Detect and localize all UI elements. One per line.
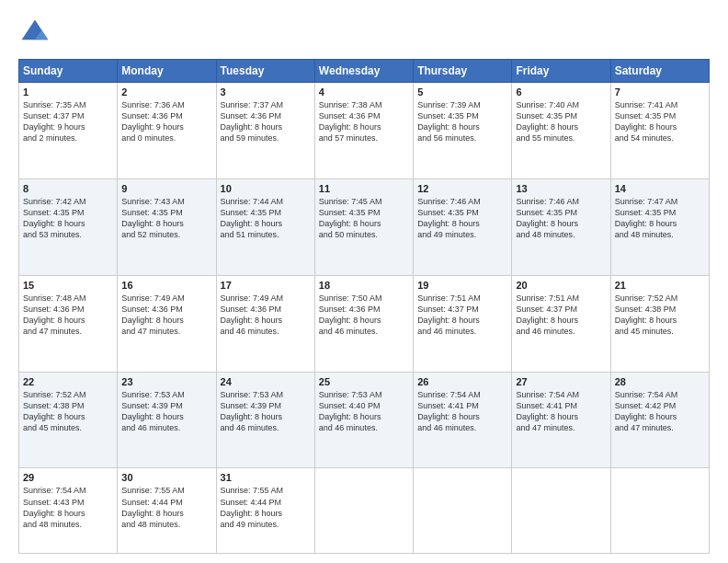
day-cell-29: 29Sunrise: 7:54 AM Sunset: 4:43 PM Dayli… [19, 468, 118, 554]
calendar-table: SundayMondayTuesdayWednesdayThursdayFrid… [18, 59, 710, 554]
day-cell-31: 31Sunrise: 7:55 AM Sunset: 4:44 PM Dayli… [216, 468, 314, 554]
day-info: Sunrise: 7:48 AM Sunset: 4:36 PM Dayligh… [23, 293, 113, 338]
day-cell-19: 19Sunrise: 7:51 AM Sunset: 4:37 PM Dayli… [414, 275, 512, 372]
weekday-header-wednesday: Wednesday [314, 60, 413, 83]
day-cell-13: 13Sunrise: 7:46 AM Sunset: 4:35 PM Dayli… [512, 178, 610, 275]
empty-cell [512, 468, 610, 554]
weekday-header-sunday: Sunday [19, 60, 118, 83]
logo [18, 17, 55, 50]
day-cell-7: 7Sunrise: 7:41 AM Sunset: 4:35 PM Daylig… [610, 83, 709, 179]
day-info: Sunrise: 7:53 AM Sunset: 4:39 PM Dayligh… [221, 389, 311, 434]
day-info: Sunrise: 7:50 AM Sunset: 4:36 PM Dayligh… [319, 293, 409, 338]
day-number: 27 [516, 376, 606, 387]
weekday-header-tuesday: Tuesday [216, 60, 314, 83]
day-cell-11: 11Sunrise: 7:45 AM Sunset: 4:35 PM Dayli… [314, 178, 413, 275]
day-number: 5 [417, 86, 507, 98]
weekday-header-row: SundayMondayTuesdayWednesdayThursdayFrid… [19, 60, 710, 83]
day-cell-4: 4Sunrise: 7:38 AM Sunset: 4:36 PM Daylig… [314, 83, 413, 179]
day-number: 30 [121, 472, 211, 483]
day-info: Sunrise: 7:39 AM Sunset: 4:35 PM Dayligh… [417, 99, 507, 144]
day-info: Sunrise: 7:38 AM Sunset: 4:36 PM Dayligh… [319, 99, 409, 144]
day-number: 14 [615, 183, 705, 194]
day-number: 2 [121, 86, 211, 98]
day-number: 17 [221, 280, 311, 291]
day-number: 11 [319, 183, 409, 194]
weekday-header-thursday: Thursday [414, 60, 512, 83]
day-number: 21 [615, 280, 705, 291]
day-number: 1 [23, 86, 113, 98]
day-info: Sunrise: 7:55 AM Sunset: 4:44 PM Dayligh… [221, 485, 311, 530]
day-info: Sunrise: 7:40 AM Sunset: 4:35 PM Dayligh… [516, 99, 606, 144]
weekday-header-monday: Monday [118, 60, 216, 83]
day-number: 8 [23, 183, 113, 194]
calendar-week-2: 8Sunrise: 7:42 AM Sunset: 4:35 PM Daylig… [19, 178, 710, 275]
day-cell-15: 15Sunrise: 7:48 AM Sunset: 4:36 PM Dayli… [19, 275, 118, 372]
day-number: 4 [319, 86, 409, 98]
day-number: 25 [319, 376, 409, 387]
day-number: 28 [615, 376, 705, 387]
empty-cell [610, 468, 709, 554]
day-info: Sunrise: 7:51 AM Sunset: 4:37 PM Dayligh… [516, 293, 606, 338]
day-number: 3 [221, 86, 311, 98]
day-info: Sunrise: 7:54 AM Sunset: 4:41 PM Dayligh… [516, 389, 606, 434]
day-info: Sunrise: 7:46 AM Sunset: 4:35 PM Dayligh… [417, 196, 507, 241]
day-cell-20: 20Sunrise: 7:51 AM Sunset: 4:37 PM Dayli… [512, 275, 610, 372]
day-cell-24: 24Sunrise: 7:53 AM Sunset: 4:39 PM Dayli… [216, 372, 314, 468]
day-cell-27: 27Sunrise: 7:54 AM Sunset: 4:41 PM Dayli… [512, 372, 610, 468]
day-number: 15 [23, 280, 113, 291]
day-info: Sunrise: 7:54 AM Sunset: 4:42 PM Dayligh… [615, 389, 705, 434]
page: SundayMondayTuesdayWednesdayThursdayFrid… [0, 0, 728, 563]
empty-cell [314, 468, 413, 554]
day-number: 20 [516, 280, 606, 291]
day-info: Sunrise: 7:49 AM Sunset: 4:36 PM Dayligh… [221, 293, 311, 338]
day-number: 24 [221, 376, 311, 387]
day-number: 10 [221, 183, 311, 194]
calendar-week-1: 1Sunrise: 7:35 AM Sunset: 4:37 PM Daylig… [19, 83, 710, 179]
day-cell-8: 8Sunrise: 7:42 AM Sunset: 4:35 PM Daylig… [19, 178, 118, 275]
day-cell-28: 28Sunrise: 7:54 AM Sunset: 4:42 PM Dayli… [610, 372, 709, 468]
day-cell-25: 25Sunrise: 7:53 AM Sunset: 4:40 PM Dayli… [314, 372, 413, 468]
day-info: Sunrise: 7:52 AM Sunset: 4:38 PM Dayligh… [23, 389, 113, 434]
day-cell-23: 23Sunrise: 7:53 AM Sunset: 4:39 PM Dayli… [118, 372, 216, 468]
day-cell-14: 14Sunrise: 7:47 AM Sunset: 4:35 PM Dayli… [610, 178, 709, 275]
header [18, 17, 710, 50]
day-cell-9: 9Sunrise: 7:43 AM Sunset: 4:35 PM Daylig… [118, 178, 216, 275]
day-cell-10: 10Sunrise: 7:44 AM Sunset: 4:35 PM Dayli… [216, 178, 314, 275]
day-cell-30: 30Sunrise: 7:55 AM Sunset: 4:44 PM Dayli… [118, 468, 216, 554]
weekday-header-saturday: Saturday [610, 60, 709, 83]
day-cell-3: 3Sunrise: 7:37 AM Sunset: 4:36 PM Daylig… [216, 83, 314, 179]
day-info: Sunrise: 7:55 AM Sunset: 4:44 PM Dayligh… [121, 485, 211, 530]
day-cell-17: 17Sunrise: 7:49 AM Sunset: 4:36 PM Dayli… [216, 275, 314, 372]
day-number: 7 [615, 86, 705, 98]
day-number: 16 [121, 280, 211, 291]
day-number: 12 [417, 183, 507, 194]
day-cell-2: 2Sunrise: 7:36 AM Sunset: 4:36 PM Daylig… [118, 83, 216, 179]
day-number: 18 [319, 280, 409, 291]
day-info: Sunrise: 7:49 AM Sunset: 4:36 PM Dayligh… [121, 293, 211, 338]
day-info: Sunrise: 7:54 AM Sunset: 4:43 PM Dayligh… [23, 485, 113, 530]
logo-icon [18, 17, 51, 50]
day-info: Sunrise: 7:36 AM Sunset: 4:36 PM Dayligh… [121, 99, 211, 144]
day-cell-26: 26Sunrise: 7:54 AM Sunset: 4:41 PM Dayli… [414, 372, 512, 468]
day-number: 9 [121, 183, 211, 194]
day-info: Sunrise: 7:53 AM Sunset: 4:39 PM Dayligh… [121, 389, 211, 434]
day-info: Sunrise: 7:44 AM Sunset: 4:35 PM Dayligh… [221, 196, 311, 241]
day-cell-16: 16Sunrise: 7:49 AM Sunset: 4:36 PM Dayli… [118, 275, 216, 372]
day-info: Sunrise: 7:42 AM Sunset: 4:35 PM Dayligh… [23, 196, 113, 241]
day-number: 29 [23, 472, 113, 483]
day-number: 6 [516, 86, 606, 98]
empty-cell [414, 468, 512, 554]
day-info: Sunrise: 7:54 AM Sunset: 4:41 PM Dayligh… [417, 389, 507, 434]
day-cell-21: 21Sunrise: 7:52 AM Sunset: 4:38 PM Dayli… [610, 275, 709, 372]
day-cell-12: 12Sunrise: 7:46 AM Sunset: 4:35 PM Dayli… [414, 178, 512, 275]
calendar-week-5: 29Sunrise: 7:54 AM Sunset: 4:43 PM Dayli… [19, 468, 710, 554]
day-number: 19 [417, 280, 507, 291]
day-info: Sunrise: 7:51 AM Sunset: 4:37 PM Dayligh… [417, 293, 507, 338]
day-number: 23 [121, 376, 211, 387]
day-number: 22 [23, 376, 113, 387]
day-info: Sunrise: 7:43 AM Sunset: 4:35 PM Dayligh… [121, 196, 211, 241]
weekday-header-friday: Friday [512, 60, 610, 83]
day-info: Sunrise: 7:41 AM Sunset: 4:35 PM Dayligh… [615, 99, 705, 144]
day-info: Sunrise: 7:45 AM Sunset: 4:35 PM Dayligh… [319, 196, 409, 241]
calendar-week-4: 22Sunrise: 7:52 AM Sunset: 4:38 PM Dayli… [19, 372, 710, 468]
